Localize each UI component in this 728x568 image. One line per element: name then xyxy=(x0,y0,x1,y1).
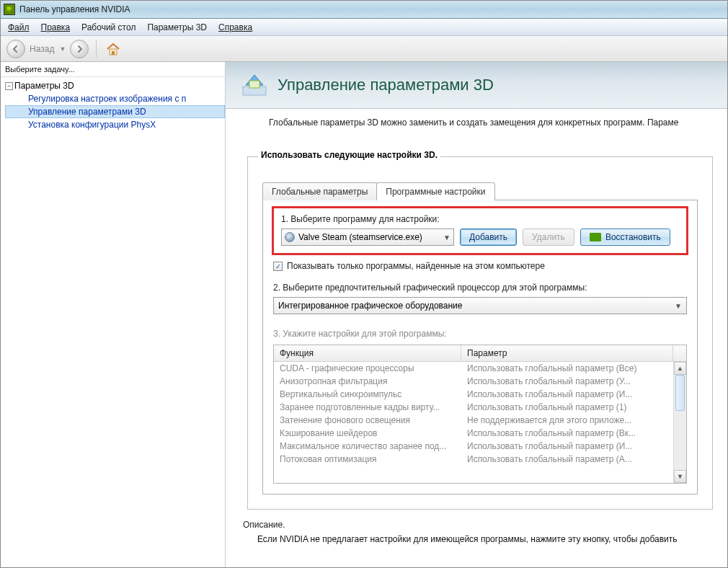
settings-grid: Функция Параметр CUDA - графические проц… xyxy=(273,345,687,484)
home-icon xyxy=(105,42,121,56)
nvidia-app-icon xyxy=(4,4,15,15)
toolbar-separator xyxy=(96,40,97,58)
settings-row-function: Заранее подготовленные кадры вирту... xyxy=(280,402,467,412)
description-body: Если NVIDIA не предлагает настройки для … xyxy=(257,534,713,544)
tree-root-params3d[interactable]: − Параметры 3D xyxy=(5,79,225,92)
restore-button-label: Восстановить xyxy=(605,232,661,242)
steam-icon xyxy=(285,232,295,242)
scroll-down-icon[interactable]: ▼ xyxy=(674,470,686,483)
nav-back-label: Назад xyxy=(30,44,54,54)
tab-body: 1. Выберите программу для настройки: Val… xyxy=(262,200,698,494)
nav-back-dropdown[interactable]: ▼ xyxy=(56,45,68,53)
settings-row-param: Использовать глобальный параметр (Вк... xyxy=(467,428,680,438)
menu-edit[interactable]: Правка xyxy=(35,20,76,35)
settings-row-param: Использовать глобальный параметр (Все) xyxy=(467,363,680,373)
settings-row-function: CUDA - графические процессоры xyxy=(280,363,467,373)
task-tree: − Параметры 3D Регулировка настроек изоб… xyxy=(1,77,225,131)
menu-params3d[interactable]: Параметры 3D xyxy=(141,20,213,35)
header-3d-icon xyxy=(240,71,269,99)
settings-row-function: Анизотропная фильтрация xyxy=(280,376,467,386)
nav-toolbar: Назад ▼ xyxy=(1,36,727,62)
settings-card: Использовать следующие настройки 3D. Гло… xyxy=(247,156,713,510)
grid-header-param[interactable]: Параметр xyxy=(461,345,673,361)
program-dropdown[interactable]: Valve Steam (steamservice.exe) ▼ xyxy=(281,228,454,246)
only-installed-label: Показывать только программы, найденные н… xyxy=(287,261,545,271)
window-title: Панель управления NVIDIA xyxy=(19,4,130,14)
nav-back-button[interactable] xyxy=(6,40,25,58)
settings-row-function: Вертикальный синхроимпульс xyxy=(280,389,467,399)
tree-item-image-adjust[interactable]: Регулировка настроек изображения с п xyxy=(5,92,225,105)
grid-header-scroll xyxy=(673,345,686,361)
tree-item-manage-3d[interactable]: Управление параметрами 3D xyxy=(5,105,225,118)
tab-global[interactable]: Глобальные параметры xyxy=(262,182,377,200)
menu-file[interactable]: Файл xyxy=(2,20,35,35)
settings-tabs: Глобальные параметры Программные настрой… xyxy=(262,182,698,200)
program-dropdown-value: Valve Steam (steamservice.exe) xyxy=(298,232,422,242)
settings-row[interactable]: CUDA - графические процессорыИспользоват… xyxy=(274,362,686,375)
settings-row-function: Максимальное количество заранее под... xyxy=(280,441,467,451)
arrow-right-icon xyxy=(75,45,84,53)
grid-header-function[interactable]: Функция xyxy=(274,345,461,361)
scroll-thumb[interactable] xyxy=(675,375,685,411)
remove-button: Удалить xyxy=(523,228,574,246)
svg-rect-1 xyxy=(112,51,115,55)
chevron-down-icon: ▼ xyxy=(443,234,450,241)
settings-row[interactable]: Заранее подготовленные кадры вирту...Исп… xyxy=(274,401,686,414)
page-header: Управление параметрами 3D xyxy=(226,62,727,109)
settings-row[interactable]: Затенение фонового освещенияНе поддержив… xyxy=(274,414,686,427)
step3-label: 3. Укажите настройки для этой программы: xyxy=(273,329,687,339)
settings-row[interactable]: Вертикальный синхроимпульсИспользовать г… xyxy=(274,388,686,401)
settings-row-param: Использовать глобальный параметр (И... xyxy=(467,441,680,451)
scroll-up-icon[interactable]: ▲ xyxy=(674,362,686,375)
settings-row[interactable]: Максимальное количество заранее под...Ис… xyxy=(274,440,686,453)
menu-desktop[interactable]: Рабочий стол xyxy=(76,20,141,35)
nvidia-badge-icon xyxy=(590,233,601,241)
settings-row-function: Кэширование шейдеров xyxy=(280,428,467,438)
tree-item-physx[interactable]: Установка конфигурации PhysX xyxy=(5,118,225,131)
settings-row[interactable]: Анизотропная фильтрацияИспользовать глоб… xyxy=(274,375,686,388)
settings-row-param: Использовать глобальный параметр (1) xyxy=(467,402,680,412)
nav-forward-button[interactable] xyxy=(70,40,89,58)
settings-row-param: Использовать глобальный параметр (И... xyxy=(467,389,680,399)
settings-row-function: Потоковая оптимизация xyxy=(280,454,467,464)
restore-button[interactable]: Восстановить xyxy=(580,228,670,246)
task-sidebar: Выберите задачу... − Параметры 3D Регули… xyxy=(1,62,226,568)
main-panel: Управление параметрами 3D Глобальные пар… xyxy=(226,62,727,568)
add-button[interactable]: Добавить xyxy=(460,228,517,246)
settings-row[interactable]: Потоковая оптимизацияИспользовать глобал… xyxy=(274,453,686,466)
menubar: Файл Правка Рабочий стол Параметры 3D Сп… xyxy=(1,19,727,36)
settings-row-function: Затенение фонового освещения xyxy=(280,415,467,425)
description-heading: Описание. xyxy=(243,520,713,530)
grid-scrollbar[interactable]: ▲ ▼ xyxy=(673,362,686,483)
tree-collapse-icon[interactable]: − xyxy=(5,82,13,90)
settings-row-param: Использовать глобальный параметр (У... xyxy=(467,376,680,386)
settings-row-param: Не поддерживается для этого приложе... xyxy=(467,415,680,425)
page-subtitle: Глобальные параметры 3D можно заменить и… xyxy=(226,109,727,135)
tree-root-label: Параметры 3D xyxy=(14,81,74,91)
settings-row-param: Использовать глобальный параметр (А... xyxy=(467,454,680,464)
gpu-dropdown-value: Интегрированное графическое оборудование xyxy=(278,301,463,311)
only-installed-checkbox[interactable]: ✓ xyxy=(273,262,283,271)
sidebar-heading: Выберите задачу... xyxy=(1,62,225,77)
titlebar: Панель управления NVIDIA xyxy=(1,1,727,19)
svg-rect-3 xyxy=(249,81,259,88)
arrow-left-icon xyxy=(12,45,20,53)
chevron-down-icon: ▼ xyxy=(675,302,682,310)
tab-program[interactable]: Программные настройки xyxy=(376,182,494,200)
only-installed-checkbox-row: ✓ Показывать только программы, найденные… xyxy=(273,261,687,271)
gpu-dropdown[interactable]: Интегрированное графическое оборудование… xyxy=(273,297,687,314)
menu-help[interactable]: Справка xyxy=(213,20,258,35)
step1-highlight: 1. Выберите программу для настройки: Val… xyxy=(272,206,688,255)
step1-label: 1. Выберите программу для настройки: xyxy=(281,214,679,224)
scroll-track[interactable] xyxy=(674,375,686,470)
step2-label: 2. Выберите предпочтительный графический… xyxy=(273,283,687,293)
card-legend: Использовать следующие настройки 3D. xyxy=(258,150,440,160)
nav-home-button[interactable] xyxy=(104,41,123,57)
page-title: Управление параметрами 3D xyxy=(278,76,494,94)
settings-row[interactable]: Кэширование шейдеровИспользовать глобаль… xyxy=(274,427,686,440)
